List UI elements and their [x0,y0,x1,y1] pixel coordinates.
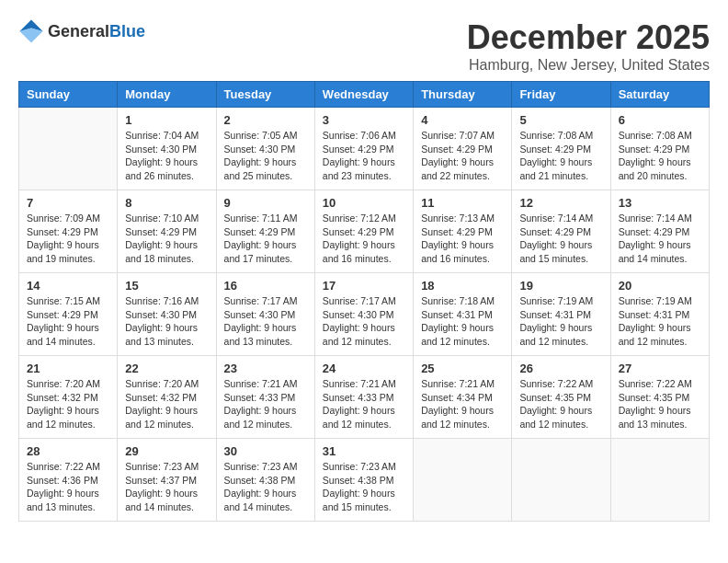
day-info: Sunrise: 7:05 AM Sunset: 4:30 PM Dayligh… [224,129,307,183]
calendar-cell [512,439,610,522]
calendar-cell: 11Sunrise: 7:13 AM Sunset: 4:29 PM Dayli… [414,190,512,273]
calendar-cell: 6Sunrise: 7:08 AM Sunset: 4:29 PM Daylig… [610,108,709,190]
week-row-5: 28Sunrise: 7:22 AM Sunset: 4:36 PM Dayli… [19,439,710,522]
day-number: 12 [519,196,602,210]
week-row-1: 1Sunrise: 7:04 AM Sunset: 4:30 PM Daylig… [19,108,710,190]
day-number: 29 [125,444,208,458]
logo-general: General [48,22,109,40]
day-number: 8 [125,196,208,210]
day-info: Sunrise: 7:16 AM Sunset: 4:30 PM Dayligh… [125,294,208,349]
day-number: 14 [27,279,109,293]
day-number: 19 [519,279,602,293]
calendar-cell [610,439,709,522]
calendar-cell: 10Sunrise: 7:12 AM Sunset: 4:29 PM Dayli… [314,190,413,273]
day-info: Sunrise: 7:10 AM Sunset: 4:29 PM Dayligh… [125,212,208,266]
calendar-cell: 26Sunrise: 7:22 AM Sunset: 4:35 PM Dayli… [512,356,610,439]
week-row-2: 7Sunrise: 7:09 AM Sunset: 4:29 PM Daylig… [19,190,710,273]
calendar-table: SundayMondayTuesdayWednesdayThursdayFrid… [18,81,710,522]
calendar-cell: 29Sunrise: 7:23 AM Sunset: 4:37 PM Dayli… [118,439,216,522]
header: GeneralBlue December 2025 Hamburg, New J… [18,18,710,74]
day-info: Sunrise: 7:21 AM Sunset: 4:34 PM Dayligh… [421,377,504,431]
day-number: 10 [323,196,405,210]
day-number: 22 [125,362,208,375]
day-info: Sunrise: 7:14 AM Sunset: 4:29 PM Dayligh… [619,212,701,266]
day-number: 3 [323,113,405,127]
day-info: Sunrise: 7:08 AM Sunset: 4:29 PM Dayligh… [519,129,602,183]
day-info: Sunrise: 7:22 AM Sunset: 4:35 PM Dayligh… [519,377,602,431]
month-title: December 2025 [467,18,710,57]
calendar-cell: 31Sunrise: 7:23 AM Sunset: 4:38 PM Dayli… [314,439,413,522]
day-info: Sunrise: 7:21 AM Sunset: 4:33 PM Dayligh… [224,377,307,431]
location-title: Hamburg, New Jersey, United States [467,57,710,74]
day-number: 23 [224,362,307,375]
day-number: 6 [619,113,701,127]
calendar-cell: 1Sunrise: 7:04 AM Sunset: 4:30 PM Daylig… [118,108,216,190]
day-number: 17 [323,279,405,293]
header-row: SundayMondayTuesdayWednesdayThursdayFrid… [19,82,710,108]
day-number: 24 [323,362,405,375]
calendar-cell: 15Sunrise: 7:16 AM Sunset: 4:30 PM Dayli… [118,273,216,356]
day-info: Sunrise: 7:17 AM Sunset: 4:30 PM Dayligh… [224,294,307,349]
day-info: Sunrise: 7:13 AM Sunset: 4:29 PM Dayligh… [421,212,504,266]
day-info: Sunrise: 7:22 AM Sunset: 4:35 PM Dayligh… [619,377,701,431]
day-number: 21 [27,362,109,375]
calendar-cell: 14Sunrise: 7:15 AM Sunset: 4:29 PM Dayli… [19,273,118,356]
day-number: 1 [125,113,208,127]
day-number: 7 [27,196,109,210]
day-info: Sunrise: 7:09 AM Sunset: 4:29 PM Dayligh… [27,212,109,266]
header-day-thursday: Thursday [414,82,512,108]
calendar-cell: 7Sunrise: 7:09 AM Sunset: 4:29 PM Daylig… [19,190,118,273]
header-day-friday: Friday [512,82,610,108]
day-number: 11 [421,196,504,210]
week-row-3: 14Sunrise: 7:15 AM Sunset: 4:29 PM Dayli… [19,273,710,356]
calendar-cell: 2Sunrise: 7:05 AM Sunset: 4:30 PM Daylig… [216,108,314,190]
day-info: Sunrise: 7:23 AM Sunset: 4:37 PM Dayligh… [125,460,208,514]
calendar-cell: 5Sunrise: 7:08 AM Sunset: 4:29 PM Daylig… [512,108,610,190]
calendar-cell: 13Sunrise: 7:14 AM Sunset: 4:29 PM Dayli… [610,190,709,273]
day-number: 16 [224,279,307,293]
day-number: 31 [323,444,405,458]
day-info: Sunrise: 7:06 AM Sunset: 4:29 PM Dayligh… [323,129,405,183]
day-number: 15 [125,279,208,293]
calendar-cell [19,108,118,190]
day-info: Sunrise: 7:18 AM Sunset: 4:31 PM Dayligh… [421,294,504,349]
calendar-cell: 25Sunrise: 7:21 AM Sunset: 4:34 PM Dayli… [414,356,512,439]
header-day-wednesday: Wednesday [314,82,413,108]
day-info: Sunrise: 7:23 AM Sunset: 4:38 PM Dayligh… [323,460,405,514]
day-number: 5 [519,113,602,127]
day-info: Sunrise: 7:20 AM Sunset: 4:32 PM Dayligh… [125,377,208,431]
calendar-cell: 12Sunrise: 7:14 AM Sunset: 4:29 PM Dayli… [512,190,610,273]
calendar-cell: 17Sunrise: 7:17 AM Sunset: 4:30 PM Dayli… [314,273,413,356]
logo-blue: Blue [109,22,145,40]
day-info: Sunrise: 7:12 AM Sunset: 4:29 PM Dayligh… [323,212,405,266]
calendar-cell: 19Sunrise: 7:19 AM Sunset: 4:31 PM Dayli… [512,273,610,356]
calendar-cell: 27Sunrise: 7:22 AM Sunset: 4:35 PM Dayli… [610,356,709,439]
header-day-monday: Monday [118,82,216,108]
calendar-cell: 18Sunrise: 7:18 AM Sunset: 4:31 PM Dayli… [414,273,512,356]
day-info: Sunrise: 7:14 AM Sunset: 4:29 PM Dayligh… [519,212,602,266]
day-info: Sunrise: 7:20 AM Sunset: 4:32 PM Dayligh… [27,377,109,431]
day-info: Sunrise: 7:19 AM Sunset: 4:31 PM Dayligh… [619,294,701,349]
calendar-cell [414,439,512,522]
calendar-cell: 4Sunrise: 7:07 AM Sunset: 4:29 PM Daylig… [414,108,512,190]
day-info: Sunrise: 7:11 AM Sunset: 4:29 PM Dayligh… [224,212,307,266]
header-day-sunday: Sunday [19,82,118,108]
header-day-saturday: Saturday [610,82,709,108]
day-info: Sunrise: 7:15 AM Sunset: 4:29 PM Dayligh… [27,294,109,349]
calendar-cell: 21Sunrise: 7:20 AM Sunset: 4:32 PM Dayli… [19,356,118,439]
calendar-cell: 23Sunrise: 7:21 AM Sunset: 4:33 PM Dayli… [216,356,314,439]
day-number: 28 [27,444,109,458]
calendar-cell: 28Sunrise: 7:22 AM Sunset: 4:36 PM Dayli… [19,439,118,522]
calendar-cell: 8Sunrise: 7:10 AM Sunset: 4:29 PM Daylig… [118,190,216,273]
day-info: Sunrise: 7:04 AM Sunset: 4:30 PM Dayligh… [125,129,208,183]
day-info: Sunrise: 7:23 AM Sunset: 4:38 PM Dayligh… [224,460,307,514]
day-number: 9 [224,196,307,210]
logo-icon [18,18,44,44]
calendar-cell: 30Sunrise: 7:23 AM Sunset: 4:38 PM Dayli… [216,439,314,522]
calendar-cell: 3Sunrise: 7:06 AM Sunset: 4:29 PM Daylig… [314,108,413,190]
day-info: Sunrise: 7:17 AM Sunset: 4:30 PM Dayligh… [323,294,405,349]
header-day-tuesday: Tuesday [216,82,314,108]
day-number: 25 [421,362,504,375]
day-number: 20 [619,279,701,293]
title-area: December 2025 Hamburg, New Jersey, Unite… [467,18,710,74]
